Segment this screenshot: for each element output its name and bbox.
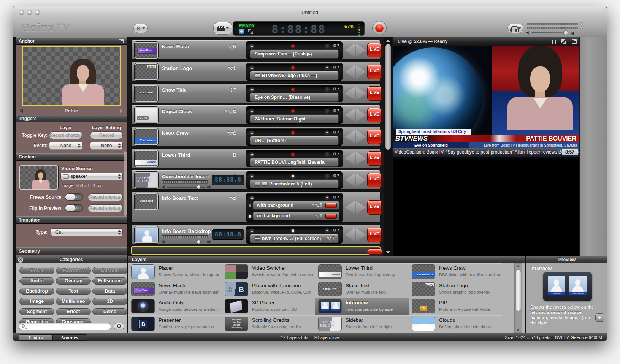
browser-item-video-switcher[interactable]: Video SwitcherSwitch between four video … [222, 263, 315, 280]
live-button[interactable]: LIVE [367, 43, 382, 57]
layer-row-selected-partial[interactable] [131, 246, 381, 255]
preset-gear-button[interactable]: ⚙ [333, 228, 339, 233]
preset-button[interactable]: BTVNEWS-logo (Push —) [250, 71, 339, 80]
previous-preset-arrow[interactable] [345, 43, 355, 57]
preset-row[interactable]: no background⌥T [253, 212, 339, 220]
add-preset-button[interactable]: + [325, 195, 330, 200]
next-preset-arrow[interactable] [356, 108, 366, 122]
category-button-text[interactable]: Text [56, 288, 91, 295]
add-preset-button[interactable]: + [325, 109, 330, 114]
popout-icon[interactable] [119, 39, 124, 43]
audio-monitor-button[interactable] [507, 24, 523, 33]
record-shortcut-button[interactable]: Record shortcut [90, 131, 123, 139]
category-button-demo[interactable]: Demo [92, 308, 127, 315]
category-button-backdrop[interactable]: Backdrop [19, 288, 54, 295]
add-preset-button[interactable]: + [325, 65, 330, 70]
scrollbar-thumb[interactable] [515, 269, 521, 311]
next-preset-arrow[interactable] [356, 43, 366, 57]
event-dropdown[interactable]: None [49, 142, 82, 149]
category-button-multivideo[interactable]: Multivideo [56, 298, 91, 305]
browser-item-pip[interactable]: APIPPicture in Picture with Fade [409, 298, 502, 315]
scroll-down-arrow[interactable] [386, 251, 390, 254]
volume-slider[interactable] [162, 240, 211, 244]
preset-button[interactable]: 24 Hours, Bottom Right [250, 114, 339, 123]
previous-preset-arrow[interactable] [345, 130, 355, 144]
previous-preset-arrow[interactable] [345, 108, 355, 122]
preset-gear-button[interactable]: ⚙ [333, 195, 339, 200]
layer-row[interactable]: Static TextShow Title⇧T+⚙Eye on Sprin… (… [131, 83, 381, 103]
category-button-effect[interactable]: Effect [56, 308, 91, 315]
disclosure-button[interactable] [249, 195, 254, 201]
search-field[interactable] [19, 323, 111, 330]
record-shortcut-button[interactable]: Record shortcut [88, 204, 123, 212]
preset-live-button[interactable] [325, 203, 337, 208]
inspector-scrollbar-thumb[interactable] [124, 151, 127, 216]
live-button[interactable]: LIVE [367, 228, 382, 242]
category-button-fullscreen[interactable]: Fullscreen [92, 277, 127, 285]
record-shortcut-button[interactable]: Record shortcut [88, 193, 123, 201]
video-source-dropdown[interactable]: speaker [60, 173, 123, 180]
browser-item-lower-third[interactable]: John DoeLower ThirdTwo line animating ov… [315, 263, 409, 280]
live-button[interactable]: LIVE [367, 65, 382, 79]
preset-button[interactable]: Placeholder A (Left) [250, 179, 339, 188]
event-dropdown[interactable]: None [90, 142, 123, 149]
category-button-reset[interactable]: Reset [19, 267, 54, 274]
add-preset-button[interactable]: + [325, 228, 330, 233]
volume-slider[interactable] [162, 185, 211, 189]
previous-preset-arrow[interactable] [345, 173, 355, 187]
category-button-data[interactable]: Data [92, 288, 127, 295]
preset-gear-button[interactable]: ⚙ [333, 65, 339, 70]
browser-item-sidebar[interactable]: LAYERS BELOWSidebarSlides in from left o… [315, 315, 409, 332]
previous-preset-arrow[interactable] [345, 201, 355, 214]
layer-row[interactable]: News FlashNews Flash⌥N+⚙Simpsons Fam… (P… [131, 40, 381, 60]
live-button[interactable]: LIVE [367, 130, 382, 144]
browser-item-interview[interactable]: InterviewTwo sources side-by-side [315, 298, 409, 315]
disclosure-button[interactable] [249, 87, 254, 92]
live-button[interactable]: LIVE [367, 200, 382, 215]
category-button-custom[interactable]: Custom [92, 267, 127, 274]
scrollbar-thumb[interactable] [385, 44, 391, 150]
next-preset-arrow[interactable] [356, 201, 366, 214]
live-button[interactable] [368, 248, 382, 255]
disclosure-button[interactable] [249, 130, 254, 136]
live-button[interactable]: LIVE [367, 151, 382, 166]
preset-gear-button[interactable]: ⚙ [333, 130, 339, 135]
volume-slider-knob[interactable] [563, 30, 568, 35]
preset-button[interactable]: URL: (Bottom) [250, 136, 339, 145]
add-preset-button[interactable]: + [325, 44, 330, 49]
preset-button[interactable]: btvn_info-b…2 (Fullscreen)⌥T [250, 234, 339, 243]
browser-item-news-crawl[interactable]: The UniversaNews CrawlRSS ticker with he… [409, 263, 502, 280]
preset-gear-button[interactable]: ⚙ [333, 108, 339, 113]
preset-gear-button[interactable]: ⚙ [333, 87, 339, 92]
category-button-3d[interactable]: 3D [92, 298, 127, 305]
browser-item-static-text[interactable]: Static TextStatic TextOverlay multi-line… [315, 281, 409, 298]
anchor-preview[interactable] [22, 46, 121, 106]
browser-item-news-flash[interactable]: News FlashNews FlashOverlay multi-line n… [128, 281, 222, 298]
layer-row[interactable]: John DoeLower ThirdB+⚙PATTIE BOUVI…ngfie… [131, 148, 381, 168]
layer-list-scrollbar[interactable] [384, 37, 392, 256]
preset-gear-button[interactable]: ⚙ [333, 173, 339, 178]
pause-button[interactable] [549, 37, 559, 46]
previous-preset-arrow[interactable] [345, 87, 355, 100]
disclosure-button[interactable] [249, 174, 254, 179]
next-preset-arrow[interactable] [356, 130, 366, 144]
next-preset-arrow[interactable] [356, 65, 366, 79]
category-button-image[interactable]: Image [19, 298, 54, 305]
recording-mode-button[interactable] [213, 22, 232, 35]
browser-item-audio-only[interactable]: Audio OnlyAssign audio devices or media … [128, 298, 222, 315]
record-button[interactable] [372, 21, 387, 35]
scroll-up-arrow[interactable] [386, 39, 390, 42]
add-preset-button[interactable]: + [325, 130, 330, 135]
live-button[interactable]: LIVE [367, 108, 382, 122]
add-preset-button[interactable]: + [325, 174, 330, 179]
scroll-up-arrow[interactable] [516, 265, 520, 267]
add-preset-button[interactable]: + [325, 152, 330, 157]
live-button[interactable]: LIVE [367, 173, 382, 187]
transition-type-dropdown[interactable]: Cut [51, 228, 123, 236]
layer-row[interactable]: The UniversNews Crawl⌥C+⚙URL: (Bottom)LI… [131, 127, 381, 146]
scroll-down-arrow[interactable] [516, 329, 520, 331]
search-options-button[interactable]: ⚙ [114, 323, 124, 330]
browser-item-placer[interactable]: PlacerShows Camera, Movie, Image or Anim… [128, 263, 222, 280]
browser-item-clouds[interactable]: CloudsDrifting above the cloudtops [409, 315, 502, 332]
previous-preset-arrow[interactable] [345, 65, 355, 79]
